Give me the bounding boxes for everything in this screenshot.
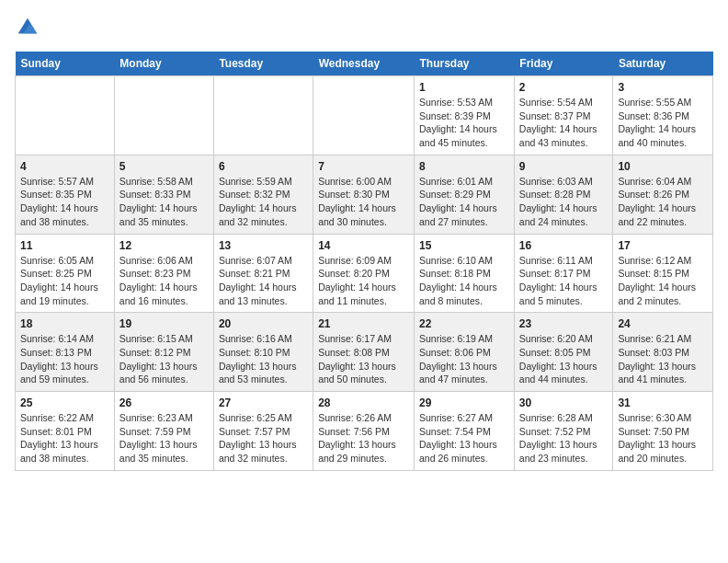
calendar-cell: 9Sunrise: 6:03 AM Sunset: 8:28 PM Daylig… — [514, 155, 613, 234]
day-number: 11 — [20, 239, 109, 252]
calendar-cell: 5Sunrise: 5:58 AM Sunset: 8:33 PM Daylig… — [114, 155, 213, 234]
day-info: Sunrise: 6:05 AM Sunset: 8:25 PM Dayligh… — [20, 254, 109, 308]
day-info: Sunrise: 6:10 AM Sunset: 8:18 PM Dayligh… — [419, 254, 509, 308]
calendar-cell: 14Sunrise: 6:09 AM Sunset: 8:20 PM Dayli… — [313, 234, 415, 313]
day-number: 5 — [119, 160, 209, 173]
day-number: 18 — [20, 317, 109, 330]
calendar-cell: 17Sunrise: 6:12 AM Sunset: 8:15 PM Dayli… — [613, 234, 713, 313]
day-number: 17 — [618, 239, 708, 252]
calendar-cell: 8Sunrise: 6:01 AM Sunset: 8:29 PM Daylig… — [415, 155, 515, 234]
calendar-cell: 22Sunrise: 6:19 AM Sunset: 8:06 PM Dayli… — [415, 313, 515, 392]
day-info: Sunrise: 6:06 AM Sunset: 8:23 PM Dayligh… — [119, 254, 209, 308]
calendar-cell: 26Sunrise: 6:23 AM Sunset: 7:59 PM Dayli… — [114, 392, 213, 471]
day-info: Sunrise: 6:04 AM Sunset: 8:26 PM Dayligh… — [618, 175, 708, 229]
calendar-cell: 19Sunrise: 6:15 AM Sunset: 8:12 PM Dayli… — [114, 313, 213, 392]
header-saturday: Saturday — [613, 52, 713, 76]
day-info: Sunrise: 6:28 AM Sunset: 7:52 PM Dayligh… — [519, 411, 609, 465]
week-row-4: 25Sunrise: 6:22 AM Sunset: 8:01 PM Dayli… — [16, 392, 713, 471]
week-row-1: 4Sunrise: 5:57 AM Sunset: 8:35 PM Daylig… — [16, 155, 713, 234]
day-info: Sunrise: 5:53 AM Sunset: 8:39 PM Dayligh… — [419, 96, 509, 150]
header-friday: Friday — [514, 52, 613, 76]
day-number: 20 — [219, 317, 308, 330]
calendar-table: SundayMondayTuesdayWednesdayThursdayFrid… — [15, 52, 713, 471]
calendar-body: 1Sunrise: 5:53 AM Sunset: 8:39 PM Daylig… — [16, 76, 713, 471]
day-number: 7 — [318, 160, 409, 173]
page-header — [15, 15, 713, 40]
day-info: Sunrise: 6:07 AM Sunset: 8:21 PM Dayligh… — [219, 254, 308, 308]
day-info: Sunrise: 6:27 AM Sunset: 7:54 PM Dayligh… — [419, 411, 509, 465]
calendar-cell: 1Sunrise: 5:53 AM Sunset: 8:39 PM Daylig… — [415, 76, 515, 155]
day-info: Sunrise: 6:14 AM Sunset: 8:13 PM Dayligh… — [20, 332, 109, 386]
day-number: 26 — [119, 396, 209, 409]
day-info: Sunrise: 5:57 AM Sunset: 8:35 PM Dayligh… — [20, 175, 109, 229]
day-number: 12 — [119, 239, 209, 252]
calendar-cell: 31Sunrise: 6:30 AM Sunset: 7:50 PM Dayli… — [613, 392, 713, 471]
header-wednesday: Wednesday — [313, 52, 415, 76]
day-number: 22 — [419, 317, 509, 330]
day-info: Sunrise: 6:19 AM Sunset: 8:06 PM Dayligh… — [419, 332, 509, 386]
week-row-0: 1Sunrise: 5:53 AM Sunset: 8:39 PM Daylig… — [16, 76, 713, 155]
calendar-cell: 7Sunrise: 6:00 AM Sunset: 8:30 PM Daylig… — [313, 155, 415, 234]
calendar-cell: 16Sunrise: 6:11 AM Sunset: 8:17 PM Dayli… — [514, 234, 613, 313]
calendar-cell — [16, 76, 115, 155]
day-number: 21 — [318, 317, 409, 330]
calendar-cell: 18Sunrise: 6:14 AM Sunset: 8:13 PM Dayli… — [16, 313, 115, 392]
day-number: 14 — [318, 239, 409, 252]
day-info: Sunrise: 6:03 AM Sunset: 8:28 PM Dayligh… — [519, 175, 609, 229]
calendar-cell: 6Sunrise: 5:59 AM Sunset: 8:32 PM Daylig… — [213, 155, 313, 234]
logo — [15, 15, 44, 40]
day-number: 19 — [119, 317, 209, 330]
day-number: 13 — [219, 239, 308, 252]
header-monday: Monday — [114, 52, 213, 76]
day-number: 23 — [519, 317, 609, 330]
day-info: Sunrise: 6:20 AM Sunset: 8:05 PM Dayligh… — [519, 332, 609, 386]
calendar-cell: 3Sunrise: 5:55 AM Sunset: 8:36 PM Daylig… — [613, 76, 713, 155]
day-number: 25 — [20, 396, 109, 409]
calendar-cell — [114, 76, 213, 155]
calendar-cell: 4Sunrise: 5:57 AM Sunset: 8:35 PM Daylig… — [16, 155, 115, 234]
header-tuesday: Tuesday — [213, 52, 313, 76]
day-info: Sunrise: 6:22 AM Sunset: 8:01 PM Dayligh… — [20, 411, 109, 465]
calendar-cell: 11Sunrise: 6:05 AM Sunset: 8:25 PM Dayli… — [16, 234, 115, 313]
day-info: Sunrise: 6:15 AM Sunset: 8:12 PM Dayligh… — [119, 332, 209, 386]
day-info: Sunrise: 6:23 AM Sunset: 7:59 PM Dayligh… — [119, 411, 209, 465]
calendar-cell: 23Sunrise: 6:20 AM Sunset: 8:05 PM Dayli… — [514, 313, 613, 392]
day-number: 30 — [519, 396, 609, 409]
calendar-cell: 13Sunrise: 6:07 AM Sunset: 8:21 PM Dayli… — [213, 234, 313, 313]
calendar-cell: 20Sunrise: 6:16 AM Sunset: 8:10 PM Dayli… — [213, 313, 313, 392]
day-info: Sunrise: 6:21 AM Sunset: 8:03 PM Dayligh… — [618, 332, 708, 386]
calendar-cell — [313, 76, 415, 155]
header-row: SundayMondayTuesdayWednesdayThursdayFrid… — [16, 52, 713, 76]
calendar-cell: 29Sunrise: 6:27 AM Sunset: 7:54 PM Dayli… — [415, 392, 515, 471]
day-number: 6 — [219, 160, 308, 173]
day-info: Sunrise: 5:55 AM Sunset: 8:36 PM Dayligh… — [618, 96, 708, 150]
day-number: 9 — [519, 160, 609, 173]
day-number: 3 — [618, 81, 708, 94]
calendar-cell: 27Sunrise: 6:25 AM Sunset: 7:57 PM Dayli… — [213, 392, 313, 471]
day-number: 8 — [419, 160, 509, 173]
day-info: Sunrise: 6:30 AM Sunset: 7:50 PM Dayligh… — [618, 411, 708, 465]
logo-icon — [15, 15, 40, 40]
calendar-cell: 21Sunrise: 6:17 AM Sunset: 8:08 PM Dayli… — [313, 313, 415, 392]
day-info: Sunrise: 6:17 AM Sunset: 8:08 PM Dayligh… — [318, 332, 409, 386]
day-info: Sunrise: 6:11 AM Sunset: 8:17 PM Dayligh… — [519, 254, 609, 308]
day-info: Sunrise: 6:26 AM Sunset: 7:56 PM Dayligh… — [318, 411, 409, 465]
day-info: Sunrise: 5:59 AM Sunset: 8:32 PM Dayligh… — [219, 175, 308, 229]
day-number: 16 — [519, 239, 609, 252]
header-sunday: Sunday — [16, 52, 115, 76]
header-thursday: Thursday — [415, 52, 515, 76]
day-info: Sunrise: 6:25 AM Sunset: 7:57 PM Dayligh… — [219, 411, 308, 465]
calendar-cell — [213, 76, 313, 155]
day-info: Sunrise: 5:58 AM Sunset: 8:33 PM Dayligh… — [119, 175, 209, 229]
day-number: 10 — [618, 160, 708, 173]
calendar-cell: 30Sunrise: 6:28 AM Sunset: 7:52 PM Dayli… — [514, 392, 613, 471]
day-number: 15 — [419, 239, 509, 252]
calendar-cell: 15Sunrise: 6:10 AM Sunset: 8:18 PM Dayli… — [415, 234, 515, 313]
day-info: Sunrise: 5:54 AM Sunset: 8:37 PM Dayligh… — [519, 96, 609, 150]
calendar-header: SundayMondayTuesdayWednesdayThursdayFrid… — [16, 52, 713, 76]
day-number: 27 — [219, 396, 308, 409]
day-info: Sunrise: 6:16 AM Sunset: 8:10 PM Dayligh… — [219, 332, 308, 386]
day-info: Sunrise: 6:00 AM Sunset: 8:30 PM Dayligh… — [318, 175, 409, 229]
week-row-2: 11Sunrise: 6:05 AM Sunset: 8:25 PM Dayli… — [16, 234, 713, 313]
day-number: 2 — [519, 81, 609, 94]
